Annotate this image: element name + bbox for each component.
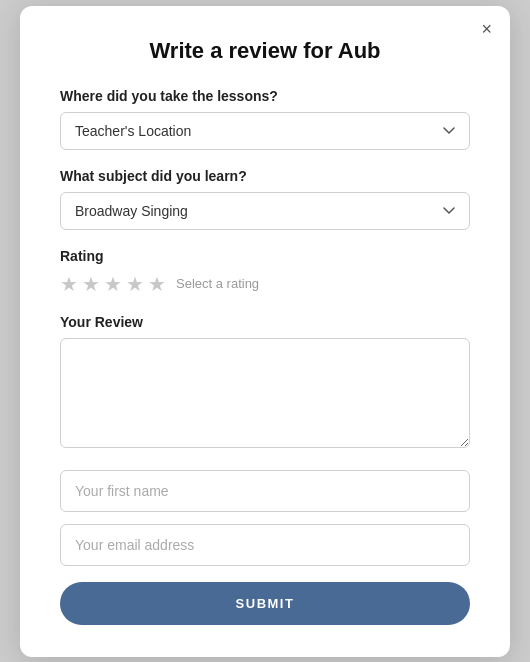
star-5[interactable]: ★ <box>148 272 166 296</box>
location-select[interactable]: Teacher's Location Student's Location On… <box>60 112 470 150</box>
location-label: Where did you take the lessons? <box>60 88 470 104</box>
star-1[interactable]: ★ <box>60 272 78 296</box>
rating-select-label: Select a rating <box>176 276 259 291</box>
star-3[interactable]: ★ <box>104 272 122 296</box>
review-label: Your Review <box>60 314 470 330</box>
modal-wrapper: × Write a review for Aub Where did you t… <box>0 0 530 662</box>
submit-button[interactable]: SUBMIT <box>60 582 470 625</box>
location-group: Where did you take the lessons? Teacher'… <box>60 88 470 150</box>
star-2[interactable]: ★ <box>82 272 100 296</box>
first-name-input[interactable] <box>60 470 470 512</box>
review-modal: × Write a review for Aub Where did you t… <box>20 6 510 657</box>
rating-group: Rating ★ ★ ★ ★ ★ Select a rating <box>60 248 470 296</box>
close-button[interactable]: × <box>481 20 492 38</box>
modal-title: Write a review for Aub <box>60 38 470 64</box>
rating-stars: ★ ★ ★ ★ ★ Select a rating <box>60 272 470 296</box>
subject-group: What subject did you learn? Broadway Sin… <box>60 168 470 230</box>
rating-label: Rating <box>60 248 470 264</box>
subject-label: What subject did you learn? <box>60 168 470 184</box>
subject-select[interactable]: Broadway Singing Classical Singing Guita… <box>60 192 470 230</box>
review-group: Your Review <box>60 314 470 452</box>
review-textarea[interactable] <box>60 338 470 448</box>
email-input[interactable] <box>60 524 470 566</box>
star-4[interactable]: ★ <box>126 272 144 296</box>
